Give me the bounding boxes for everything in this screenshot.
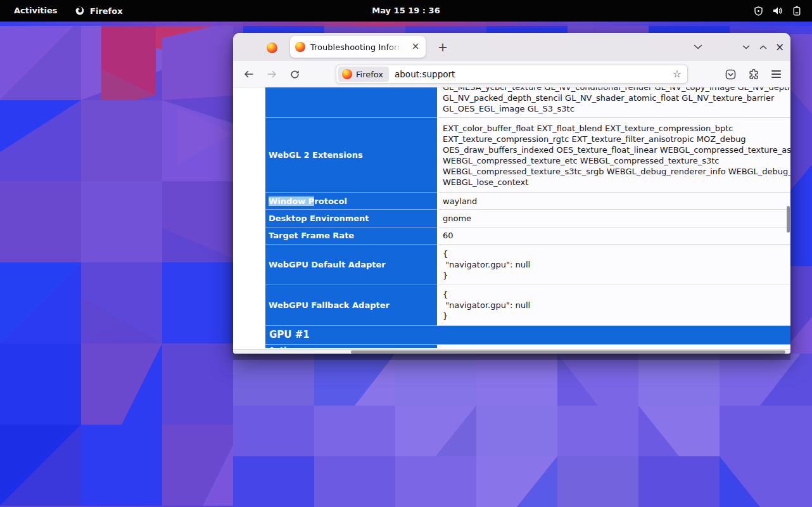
extensions-puzzle-icon <box>748 68 759 80</box>
back-arrow-icon <box>244 70 254 78</box>
row-value: { "navigator.gpu": null } <box>439 245 790 285</box>
table-row: Target Frame Rate 60 <box>265 228 790 245</box>
hamburger-menu-icon <box>771 68 781 80</box>
pocket-icon <box>725 69 736 80</box>
row-label: WebGPU Fallback Adapter <box>265 285 437 326</box>
vertical-scrollbar-thumb[interactable] <box>787 206 790 233</box>
bookmark-star-icon[interactable]: ☆ <box>669 67 685 82</box>
row-value: gnome <box>439 210 790 227</box>
back-button[interactable] <box>241 66 257 82</box>
row-value: wayland <box>439 193 790 210</box>
url-chip-label: Firefox <box>356 70 383 79</box>
row-label: Target Frame Rate <box>265 228 437 245</box>
table-row: Desktop Environment gnome <box>265 210 790 227</box>
row-value: { "navigator.gpu": null } <box>439 285 790 326</box>
firefox-icon <box>267 42 277 53</box>
table-row: WebGPU Default Adapter { "navigator.gpu"… <box>265 245 790 285</box>
row-label: Window Protocol <box>265 193 437 210</box>
row-value: GL_MESA_ycbcr_texture GL_NV_conditional_… <box>439 87 790 118</box>
table-row: WebGL 2 Extensions EXT_color_buffer_floa… <box>265 118 790 193</box>
horizontal-scrollbar-thumb[interactable] <box>351 350 785 354</box>
row-value <box>439 345 790 348</box>
find-highlight: Window P <box>269 196 314 206</box>
tab-favicon-firefox-icon <box>295 42 305 52</box>
pocket-button[interactable] <box>722 66 739 82</box>
close-icon: × <box>775 42 784 53</box>
row-value: EXT_color_buffer_float EXT_float_blend E… <box>439 118 790 193</box>
new-tab-button[interactable]: + <box>435 39 451 56</box>
forward-button[interactable] <box>263 66 280 82</box>
row-label: WebGPU Default Adapter <box>265 245 437 285</box>
tab-bar: Troubleshooting Information × + × <box>233 33 790 61</box>
row-label: Active <box>265 345 437 348</box>
row-value: 60 <box>439 228 790 245</box>
url-text[interactable]: about:support <box>395 69 669 79</box>
shield-icon <box>754 6 763 16</box>
table-row: Window Protocol wayland <box>265 193 790 210</box>
window-maximize-button[interactable] <box>756 39 771 55</box>
forward-arrow-icon <box>267 70 277 78</box>
table-row: GL_MESA_ycbcr_texture GL_NV_conditional_… <box>265 87 790 118</box>
gnome-top-bar: Activities Firefox May 15 19 : 36 <box>0 0 812 22</box>
extensions-button[interactable] <box>745 66 762 82</box>
app-menu-button[interactable] <box>768 66 784 82</box>
navigation-toolbar: Firefox about:support ☆ <box>233 61 790 87</box>
window-minimize-button[interactable] <box>739 39 754 55</box>
tab-troubleshooting[interactable]: Troubleshooting Information × <box>290 36 426 58</box>
table-row-partial: Active <box>265 345 790 348</box>
table-row: WebGPU Fallback Adapter { "navigator.gpu… <box>265 285 790 326</box>
reload-button[interactable] <box>286 66 303 82</box>
graphics-support-table: GL_MESA_ycbcr_texture GL_NV_conditional_… <box>265 87 790 348</box>
maximize-chevron-icon <box>759 45 767 49</box>
system-status-area[interactable] <box>754 0 801 22</box>
firefox-icon <box>342 69 352 79</box>
minimize-chevron-icon <box>742 45 750 49</box>
reload-icon <box>290 70 300 79</box>
volume-icon <box>773 6 783 15</box>
row-label: WebGL 2 Extensions <box>265 118 437 193</box>
row-label: Desktop Environment <box>265 210 437 227</box>
url-identity-chip[interactable]: Firefox <box>338 67 389 82</box>
chevron-down-icon <box>694 44 702 49</box>
row-label <box>265 87 437 118</box>
battery-icon <box>793 6 801 16</box>
firefox-view-button[interactable] <box>265 41 279 55</box>
window-close-button[interactable]: × <box>772 39 787 55</box>
firefox-window: Troubleshooting Information × + × <box>233 33 790 354</box>
url-bar[interactable]: Firefox about:support ☆ <box>336 65 688 84</box>
tab-title: Troubleshooting Information <box>310 42 404 52</box>
tab-close-icon[interactable]: × <box>409 41 422 53</box>
page-content-about-support: GL_MESA_ycbcr_texture GL_NV_conditional_… <box>233 87 790 349</box>
section-header-gpu1: GPU #1 <box>265 326 790 345</box>
clock[interactable]: May 15 19 : 36 <box>0 0 812 22</box>
horizontal-scrollbar[interactable] <box>233 349 790 354</box>
list-all-tabs-button[interactable] <box>690 40 706 54</box>
